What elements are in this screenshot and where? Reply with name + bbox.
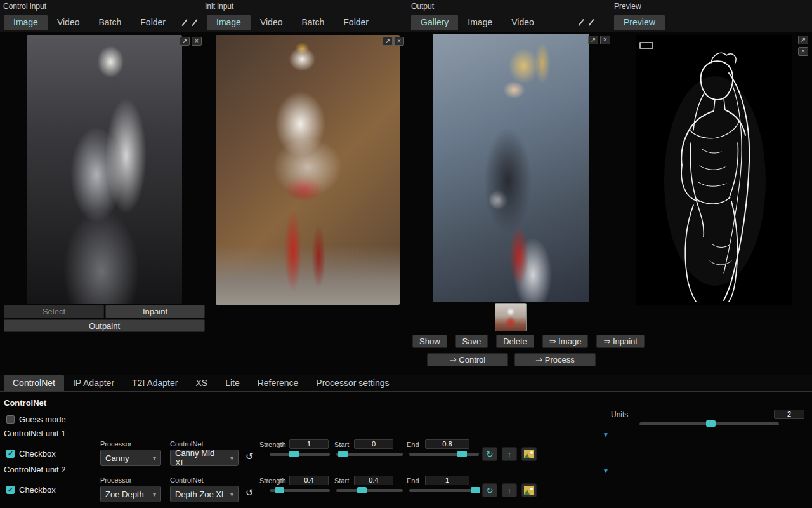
unit-1-enable-checkbox[interactable]: ✓ Checkbox (6, 449, 56, 458)
to-inpaint-button[interactable]: ⇒ Inpaint (596, 335, 645, 348)
collapse-triangle-icon[interactable]: ▼ (603, 431, 609, 438)
preview-image[interactable] (636, 35, 792, 305)
tab-init-video[interactable]: Video (251, 15, 292, 30)
show-button[interactable]: Show (412, 335, 447, 348)
control-input-tabs: Image Video Batch Folder (4, 14, 195, 30)
end-slider[interactable] (409, 489, 479, 492)
outpaint-button[interactable]: Outpaint (4, 319, 205, 332)
slider-handle[interactable] (357, 487, 367, 493)
checkbox-icon[interactable] (6, 415, 15, 424)
inpaint-button[interactable]: Inpaint (105, 305, 205, 318)
slider-handle[interactable] (457, 451, 467, 457)
slider-handle[interactable] (289, 451, 299, 457)
strength-value[interactable]: 0.4 (289, 476, 329, 485)
strength-value[interactable]: 1 (289, 439, 329, 449)
unit-2-enable-checkbox[interactable]: ✓ Checkbox (6, 485, 56, 495)
tab-reference[interactable]: Reference (249, 375, 308, 391)
select-button[interactable]: Select (4, 305, 104, 318)
image-preview-icon[interactable] (521, 483, 537, 497)
gallery-thumbnail[interactable] (495, 303, 527, 331)
output-image[interactable] (433, 34, 589, 302)
tab-control-batch[interactable]: Batch (89, 15, 131, 30)
collapse-triangle-icon[interactable]: ▼ (603, 467, 609, 474)
slider-handle[interactable] (275, 487, 284, 493)
tab-control-image[interactable]: Image (4, 15, 48, 30)
init-input-tabs: Image Video Batch Folder (207, 14, 378, 30)
controlnet-section-title: ControlNet (4, 398, 46, 408)
output-edit-tools (580, 18, 592, 27)
refresh-icon[interactable]: ↻ (482, 447, 497, 461)
chevron-down-icon: ▾ (230, 455, 233, 462)
refresh-icon[interactable]: ↻ (482, 483, 497, 497)
reset-icon[interactable]: ↺ (246, 488, 254, 497)
delete-button[interactable]: Delete (496, 335, 534, 348)
end-value[interactable]: 1 (425, 476, 469, 485)
start-slider[interactable] (336, 489, 403, 492)
tab-xs[interactable]: XS (187, 375, 216, 391)
slider-handle[interactable] (706, 420, 716, 427)
end-value[interactable]: 0.8 (425, 439, 469, 449)
checkbox-checked-icon[interactable]: ✓ (6, 486, 15, 494)
output-actions-row: Show Save Delete ⇒ Image ⇒ Inpaint (412, 335, 645, 348)
upload-icon[interactable]: ↑ (502, 447, 517, 461)
controlnet-model-dropdown[interactable]: Canny Mid XL ▾ (170, 450, 239, 466)
upload-icon[interactable]: ↑ (502, 483, 517, 497)
end-slider[interactable] (409, 453, 479, 456)
processor-dropdown[interactable]: Canny ▾ (100, 450, 161, 466)
save-button[interactable]: Save (455, 335, 488, 348)
chevron-down-icon: ▾ (153, 455, 156, 462)
units-value[interactable]: 2 (774, 410, 804, 419)
close-icon[interactable]: × (192, 37, 202, 46)
units-slider[interactable] (639, 422, 779, 425)
pencil-icon[interactable] (578, 18, 584, 25)
tab-output-gallery[interactable]: Gallery (411, 15, 458, 30)
slider-handle[interactable] (338, 451, 348, 457)
tab-output-image[interactable]: Image (458, 15, 502, 30)
close-icon[interactable]: × (394, 37, 404, 46)
checkbox-label: Checkbox (19, 485, 56, 495)
pencil-icon[interactable] (181, 18, 188, 25)
tab-preview[interactable]: Preview (614, 15, 665, 30)
expand-icon[interactable]: ↗ (798, 36, 808, 44)
processor-dropdown[interactable]: Zoe Depth ▾ (100, 486, 161, 502)
tab-controlnet[interactable]: ControlNet (4, 375, 64, 391)
dropdown-value: Canny (105, 453, 129, 463)
strength-slider[interactable] (270, 453, 330, 456)
to-process-button[interactable]: ⇒ Process (514, 353, 596, 366)
close-icon[interactable]: × (798, 47, 808, 56)
tab-control-video[interactable]: Video (48, 15, 89, 30)
tab-t2i-adapter[interactable]: T2I Adapter (123, 375, 187, 391)
guess-mode-checkbox[interactable]: Guess mode (6, 415, 66, 424)
image-preview-icon[interactable] (521, 447, 537, 461)
control-input-label: Control input (3, 2, 46, 11)
control-input-image[interactable] (27, 35, 182, 304)
close-icon[interactable]: × (600, 36, 610, 44)
start-value[interactable]: 0 (354, 439, 393, 449)
tab-init-folder[interactable]: Folder (334, 15, 378, 30)
expand-icon[interactable]: ↗ (180, 37, 190, 46)
tab-ip-adapter[interactable]: IP Adapter (64, 375, 123, 391)
tab-processor-settings[interactable]: Processor settings (307, 375, 398, 391)
start-slider[interactable] (336, 453, 403, 456)
tab-init-image[interactable]: Image (207, 15, 251, 30)
chevron-down-icon: ▾ (153, 491, 156, 498)
tab-lite[interactable]: Lite (216, 375, 249, 391)
controlnet-model-dropdown[interactable]: Depth Zoe XL ▾ (170, 486, 239, 502)
app-root: Control input Init input Output Preview … (0, 0, 812, 508)
init-input-image[interactable] (216, 35, 400, 305)
tab-init-batch[interactable]: Batch (292, 15, 334, 30)
to-control-button[interactable]: ⇒ Control (427, 353, 508, 366)
dropdown-value: Depth Zoe XL (175, 490, 226, 499)
expand-icon[interactable]: ↗ (383, 37, 393, 46)
start-value[interactable]: 0.4 (354, 476, 393, 485)
to-image-button[interactable]: ⇒ Image (542, 335, 589, 348)
settings-tab-bar: ControlNet IP Adapter T2I Adapter XS Lit… (0, 375, 812, 392)
tab-output-video[interactable]: Video (502, 15, 544, 30)
controlnet-unit-1-row: ✓ Checkbox Processor Canny ▾ ControlNet … (0, 438, 812, 467)
tab-control-folder[interactable]: Folder (131, 15, 175, 30)
checkbox-checked-icon[interactable]: ✓ (6, 450, 15, 458)
reset-icon[interactable]: ↺ (246, 451, 254, 461)
slider-handle[interactable] (471, 487, 480, 493)
strength-slider[interactable] (270, 489, 330, 492)
expand-icon[interactable]: ↗ (588, 36, 598, 44)
